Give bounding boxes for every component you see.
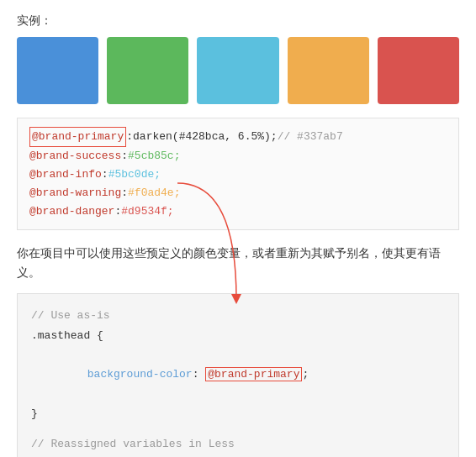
brand-info-swatch	[197, 37, 278, 104]
code-block-1: // Use as-is .masthead { background-colo…	[31, 306, 445, 423]
code-line-alert-bg: @alert-message-background: @brand-info;	[31, 454, 445, 457]
var-success-name: @brand-success	[29, 147, 121, 165]
var-success-value: #5cb85c;	[128, 147, 180, 165]
code-box: // Use as-is .masthead { background-colo…	[17, 293, 459, 457]
var-info-line: @brand-info: #5bc0de;	[29, 165, 447, 184]
code-property-1: background-color	[87, 368, 193, 381]
var-primary-comment: // #337ab7	[278, 128, 343, 146]
brand-primary-swatch	[17, 37, 98, 104]
code-closing-1: }	[31, 404, 445, 423]
color-swatches	[17, 37, 459, 104]
brand-warning-swatch	[288, 37, 369, 104]
code-selector-1: .masthead {	[31, 326, 445, 345]
code-block-2: // Reassigned variables in Less @alert-m…	[31, 434, 445, 457]
brand-success-swatch	[107, 37, 188, 104]
variables-box: @brand-primary: darken(#428bca, 6.5%); /…	[17, 118, 459, 230]
var-primary-name: @brand-primary	[29, 127, 126, 147]
var-danger-value: #d9534f;	[121, 202, 173, 221]
var-info-value: #5bc0de;	[108, 165, 161, 184]
code-line-bg: background-color: @brand-primary;	[31, 345, 445, 404]
var-primary-line: @brand-primary: darken(#428bca, 6.5%); /…	[29, 127, 447, 147]
description: 你在项目中可以使用这些预定义的颜色变量，或者重新为其赋予别名，使其更有语义。	[17, 244, 459, 281]
var-danger-line: @brand-danger: #d9534f;	[29, 202, 447, 221]
var-warning-line: @brand-warning: #f0ad4e;	[29, 184, 447, 202]
code-comment-2: // Reassigned variables in Less	[31, 434, 445, 454]
section-label: 实例：	[17, 13, 459, 29]
var-warning-value: #f0ad4e;	[128, 184, 180, 202]
brand-danger-swatch	[378, 37, 459, 104]
code-comment-1: // Use as-is	[31, 306, 445, 325]
var-danger-name: @brand-danger	[29, 202, 114, 221]
var-warning-name: @brand-warning	[29, 184, 121, 202]
code-value-primary: @brand-primary	[205, 367, 302, 381]
var-success-line: @brand-success: #5cb85c;	[29, 147, 447, 165]
var-info-name: @brand-info	[29, 165, 102, 184]
